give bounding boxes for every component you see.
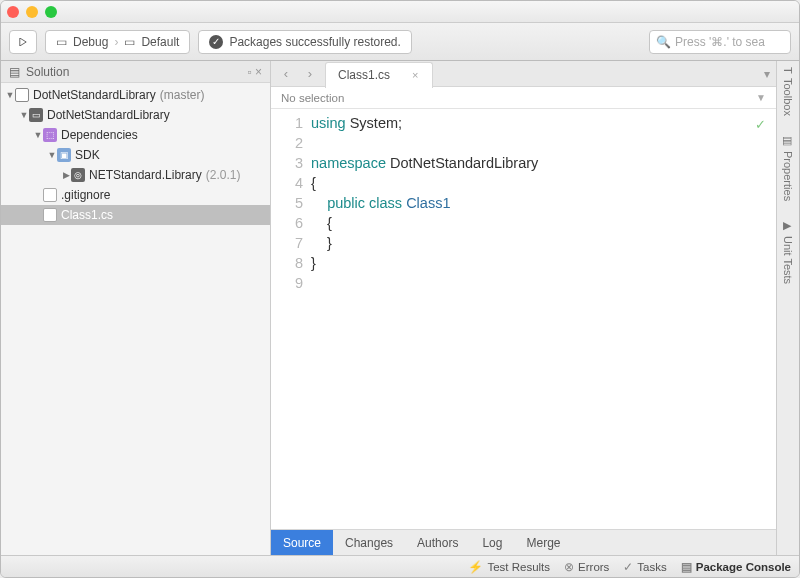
search-placeholder: Press '⌘.' to sea	[675, 35, 765, 49]
config-name: Debug	[73, 35, 108, 49]
node-label: SDK	[75, 148, 100, 162]
window-titlebar	[1, 1, 799, 23]
test-results-icon: ⚡	[468, 560, 483, 574]
expand-arrow-icon[interactable]: ▼	[47, 150, 57, 160]
zoom-window-button[interactable]	[45, 6, 57, 18]
package-node[interactable]: ▶ ◎ NETStandard.Library (2.0.1)	[1, 165, 270, 185]
code-content[interactable]: using System; namespace DotNetStandardLi…	[311, 109, 776, 529]
node-label: .gitignore	[61, 188, 110, 202]
nav-back-icon[interactable]: ‹	[277, 66, 295, 81]
solution-pad: ▤ Solution ▫ × ▼ DotNetStandardLibrary (…	[1, 61, 271, 555]
search-icon: 🔍	[656, 35, 671, 49]
bottom-tab-changes[interactable]: Changes	[333, 530, 405, 555]
statusbar-tasks[interactable]: ✓Tasks	[623, 560, 666, 574]
minimize-window-button[interactable]	[26, 6, 38, 18]
project-node[interactable]: ▼ ▭ DotNetStandardLibrary	[1, 105, 270, 125]
nav-forward-icon[interactable]: ›	[301, 66, 319, 81]
folder-icon: ▣	[57, 148, 71, 162]
node-label: Class1.cs	[61, 208, 113, 222]
file-node-class1[interactable]: Class1.cs	[1, 205, 270, 225]
toolbox-icon: T	[782, 67, 794, 74]
file-node-gitignore[interactable]: .gitignore	[1, 185, 270, 205]
expand-arrow-icon[interactable]: ▼	[5, 90, 15, 100]
chevron-right-icon: ›	[114, 35, 118, 49]
device-icon: ▭	[56, 35, 67, 49]
statusbar-test-results[interactable]: ⚡Test Results	[468, 560, 550, 574]
project-icon: ▭	[29, 108, 43, 122]
target-name: Default	[141, 35, 179, 49]
bottom-tab-log[interactable]: Log	[470, 530, 514, 555]
editor-tabbar: ‹ › Class1.cs × ▾	[271, 61, 776, 87]
right-tool-rail: TToolbox▤Properties▶Unit Tests	[777, 61, 799, 555]
device-icon: ▭	[124, 35, 135, 49]
properties-icon: ▤	[782, 134, 795, 147]
node-label: Dependencies	[61, 128, 138, 142]
expand-arrow-icon[interactable]: ▼	[19, 110, 29, 120]
bottom-tab-merge[interactable]: Merge	[514, 530, 572, 555]
main-area: ▤ Solution ▫ × ▼ DotNetStandardLibrary (…	[1, 61, 799, 555]
rail-properties[interactable]: ▤Properties	[782, 134, 795, 201]
document-icon: ▤	[9, 65, 20, 79]
global-search[interactable]: 🔍 Press '⌘.' to sea	[649, 30, 791, 54]
solution-node[interactable]: ▼ DotNetStandardLibrary (master)	[1, 85, 270, 105]
expand-arrow-icon[interactable]: ▼	[33, 130, 43, 140]
close-tab-icon[interactable]: ×	[412, 69, 418, 81]
package-icon: ◎	[71, 168, 85, 182]
node-label: DotNetStandardLibrary	[33, 88, 156, 102]
status-bar: ⚡Test Results⊗Errors✓Tasks▤Package Conso…	[1, 555, 799, 577]
editor-pane: ‹ › Class1.cs × ▾ No selection ▼ 1234567…	[271, 61, 777, 555]
rail-unit-tests[interactable]: ▶Unit Tests	[782, 219, 795, 284]
node-label: DotNetStandardLibrary	[47, 108, 170, 122]
breadcrumb-text: No selection	[281, 92, 344, 104]
package-console-icon: ▤	[681, 560, 692, 574]
pad-title: Solution	[26, 65, 241, 79]
unit-tests-icon: ▶	[782, 219, 795, 232]
solution-icon	[15, 88, 29, 102]
solution-tree: ▼ DotNetStandardLibrary (master) ▼ ▭ Dot…	[1, 83, 270, 555]
file-icon	[43, 188, 57, 202]
chevron-down-icon[interactable]: ▼	[756, 92, 766, 103]
node-label: NETStandard.Library	[89, 168, 202, 182]
status-indicator[interactable]: ✓ Packages successfully restored.	[198, 30, 411, 54]
tab-label: Class1.cs	[338, 68, 390, 82]
statusbar-package-console[interactable]: ▤Package Console	[681, 560, 791, 574]
main-toolbar: ▭ Debug › ▭ Default ✓ Packages successfu…	[1, 23, 799, 61]
bottom-tab-source[interactable]: Source	[271, 530, 333, 555]
line-number-gutter: 123456789	[271, 109, 311, 529]
errors-icon: ⊗	[564, 560, 574, 574]
bottom-tab-authors[interactable]: Authors	[405, 530, 470, 555]
status-text: Packages successfully restored.	[229, 35, 400, 49]
tab-overflow-icon[interactable]: ▾	[764, 67, 770, 81]
validation-check-icon: ✓	[755, 115, 766, 135]
editor-bottom-tabs: SourceChangesAuthorsLogMerge	[271, 529, 776, 555]
code-editor[interactable]: 123456789 using System; namespace DotNet…	[271, 109, 776, 529]
csharp-file-icon	[43, 208, 57, 222]
statusbar-errors[interactable]: ⊗Errors	[564, 560, 609, 574]
check-circle-icon: ✓	[209, 35, 223, 49]
file-tab[interactable]: Class1.cs ×	[325, 62, 433, 88]
node-version: (2.0.1)	[206, 168, 241, 182]
dependencies-icon: ⬚	[43, 128, 57, 142]
expand-arrow-icon[interactable]: ▶	[61, 170, 71, 180]
breadcrumb-bar[interactable]: No selection ▼	[271, 87, 776, 109]
rail-toolbox[interactable]: TToolbox	[782, 67, 794, 116]
configuration-selector[interactable]: ▭ Debug › ▭ Default	[45, 30, 190, 54]
node-suffix: (master)	[160, 88, 205, 102]
dependencies-node[interactable]: ▼ ⬚ Dependencies	[1, 125, 270, 145]
run-button[interactable]	[9, 30, 37, 54]
play-icon	[19, 35, 27, 49]
pad-options-icon[interactable]: ▫ ×	[247, 65, 262, 79]
close-window-button[interactable]	[7, 6, 19, 18]
tasks-icon: ✓	[623, 560, 633, 574]
sdk-node[interactable]: ▼ ▣ SDK	[1, 145, 270, 165]
solution-pad-header[interactable]: ▤ Solution ▫ ×	[1, 61, 270, 83]
